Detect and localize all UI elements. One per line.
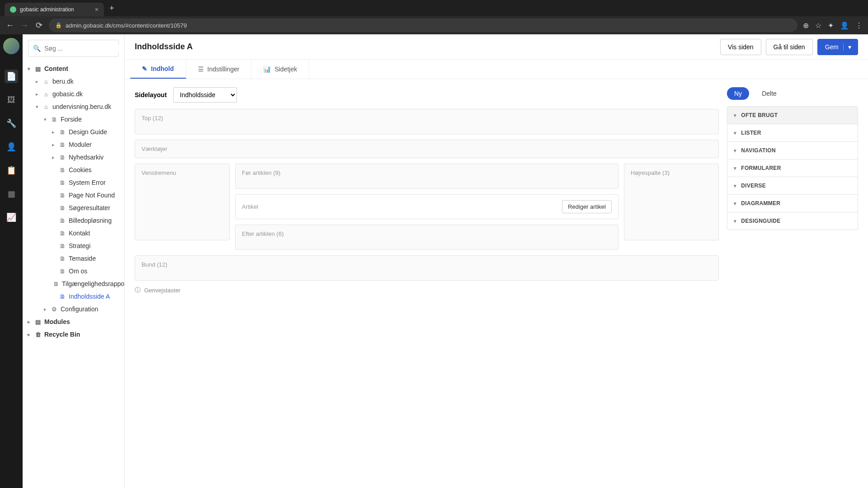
layout-label: Sidelayout xyxy=(135,91,167,99)
chevron-down-icon: ▾ xyxy=(734,183,736,189)
tree-node-billedoplosning[interactable]: 🗎Billedopløsning xyxy=(23,214,124,227)
widget-accordion: ▾OFTE BRUGT ▾LISTER ▾NAVIGATION ▾FORMULA… xyxy=(727,106,858,230)
tree-node-configuration[interactable]: ▸⚙Configuration xyxy=(23,303,124,315)
chevron-down-icon: ▾ xyxy=(734,148,736,154)
tab-settings[interactable]: ☰Indstillinger xyxy=(186,60,252,79)
goto-page-button[interactable]: Gå til siden xyxy=(766,39,813,55)
menu-icon[interactable]: ⋮ xyxy=(855,21,863,30)
tree-node-system-error[interactable]: 🗎System Error xyxy=(23,176,124,189)
url-text: admin.gobasic.dk/cms/#content/content/10… xyxy=(66,22,187,29)
tab-check[interactable]: 📊Sidetjek xyxy=(251,60,309,79)
nav-rail: 📄 🖼 🔧 👤 📋 ▦ 📈 xyxy=(0,34,23,488)
back-button[interactable]: ← xyxy=(5,21,14,30)
new-tab-button[interactable]: + xyxy=(109,4,114,13)
zone-bottom[interactable]: Bund (12) xyxy=(135,255,719,281)
zone-right-column[interactable]: Højrespalte (3) xyxy=(624,164,719,240)
tree-node-page-not-found[interactable]: 🗎Page Not Found xyxy=(23,189,124,202)
zoom-icon[interactable]: ⊕ xyxy=(803,21,809,30)
edit-icon: ✎ xyxy=(142,65,147,72)
accordion-formularer[interactable]: ▾FORMULARER xyxy=(727,160,858,177)
address-bar[interactable]: 🔒 admin.gobasic.dk/cms/#content/content/… xyxy=(49,19,797,32)
tree-node-moduler[interactable]: ▸🗎Moduler xyxy=(23,138,124,151)
tree-node-tilgaengelighed[interactable]: 🗎Tilgængelighedsrapport xyxy=(23,277,124,290)
close-tab-icon[interactable]: × xyxy=(95,6,99,13)
accordion-ofte-brugt[interactable]: ▾OFTE BRUGT xyxy=(727,107,858,124)
tree-node-forside[interactable]: ▾🗎Forside xyxy=(23,113,124,126)
tools-section-icon[interactable]: 🔧 xyxy=(5,117,18,130)
accordion-navigation[interactable]: ▾NAVIGATION xyxy=(727,142,858,160)
extensions-icon[interactable]: ✦ xyxy=(828,21,834,30)
chevron-down-icon: ▾ xyxy=(734,218,736,224)
favicon xyxy=(10,6,16,13)
page-tabs: ✎Indhold ☰Indstillinger 📊Sidetjek xyxy=(125,60,868,79)
main-panel: Indholdsside A Vis siden Gå til siden Ge… xyxy=(125,34,868,488)
tree-node-cookies[interactable]: 🗎Cookies xyxy=(23,164,124,176)
profile-icon[interactable]: 👤 xyxy=(840,21,849,30)
content-tree: ▾▤Content ▸⌂beru.dk ▸⌂gobasic.dk ▾⌂under… xyxy=(23,62,124,488)
accordion-lister[interactable]: ▾LISTER xyxy=(727,124,858,142)
browser-toolbar: ← → ⟳ 🔒 admin.gobasic.dk/cms/#content/co… xyxy=(0,16,868,34)
tree-node-indholdsside-a[interactable]: 🗎Indholdsside A xyxy=(23,290,124,303)
users-section-icon[interactable]: 👤 xyxy=(5,140,18,154)
page-title: Indholdsside A xyxy=(135,42,193,52)
layout-select[interactable]: Indholdsside xyxy=(173,87,237,103)
zone-top[interactable]: Top (12) xyxy=(135,109,719,134)
tree-node-strategi[interactable]: 🗎Strategi xyxy=(23,239,124,252)
chevron-down-icon: ▾ xyxy=(734,165,736,171)
tree-node-om-os[interactable]: 🗎Om os xyxy=(23,265,124,277)
shortcuts-hint[interactable]: ⓘGenvejstaster xyxy=(135,286,719,294)
save-button[interactable]: Gem▾ xyxy=(817,39,858,55)
widgets-tab-shared[interactable]: Delte xyxy=(755,87,784,100)
zone-left-menu[interactable]: Venstremenu xyxy=(135,164,230,240)
reload-button[interactable]: ⟳ xyxy=(34,20,43,30)
view-page-button[interactable]: Vis siden xyxy=(720,39,761,55)
tree-node-temaside[interactable]: 🗎Temaside xyxy=(23,252,124,265)
bookmark-icon[interactable]: ☆ xyxy=(815,21,821,30)
tree-node-content[interactable]: ▾▤Content xyxy=(23,62,124,75)
zone-before-article[interactable]: Før artiklen (9) xyxy=(235,164,618,189)
content-section-icon[interactable]: 📄 xyxy=(5,70,18,83)
chevron-down-icon: ▾ xyxy=(734,130,736,136)
tree-node-nyhedsarkiv[interactable]: ▸🗎Nyhedsarkiv xyxy=(23,151,124,164)
tab-content[interactable]: ✎Indhold xyxy=(130,60,186,79)
zone-tools[interactable]: Værktøjer xyxy=(135,140,719,158)
media-section-icon[interactable]: 🖼 xyxy=(5,93,18,107)
edit-article-button[interactable]: Rediger artikel xyxy=(562,200,612,213)
tab-title: gobasic administration xyxy=(20,6,74,13)
search-icon: 🔍 xyxy=(33,45,41,52)
info-icon: ⓘ xyxy=(135,286,141,294)
chevron-down-icon: ▾ xyxy=(734,201,736,206)
zone-article[interactable]: Artikel Rediger artikel xyxy=(235,194,618,219)
tree-node-kontakt[interactable]: 🗎Kontakt xyxy=(23,227,124,239)
tree-node-undervisning[interactable]: ▾⌂undervisning.beru.dk xyxy=(23,100,124,113)
user-avatar[interactable] xyxy=(3,38,19,54)
sliders-icon: ☰ xyxy=(198,66,204,73)
forward-button[interactable]: → xyxy=(20,21,29,30)
search-input[interactable]: 🔍 xyxy=(28,40,119,57)
stats-section-icon[interactable]: 📈 xyxy=(5,211,18,224)
tree-node-beru[interactable]: ▸⌂beru.dk xyxy=(23,75,124,88)
browser-tab[interactable]: gobasic administration × xyxy=(5,3,104,16)
widgets-tab-new[interactable]: Ny xyxy=(727,87,749,100)
data-section-icon[interactable]: ▦ xyxy=(5,187,18,201)
forms-section-icon[interactable]: 📋 xyxy=(5,164,18,177)
tree-node-gobasic[interactable]: ▸⌂gobasic.dk xyxy=(23,88,124,100)
lock-icon: 🔒 xyxy=(55,22,62,28)
tree-node-recycle-bin[interactable]: ▸🗑Recycle Bin xyxy=(23,328,124,341)
chart-icon: 📊 xyxy=(263,66,271,73)
search-field[interactable] xyxy=(44,45,123,52)
sidebar: 🔍 ▾▤Content ▸⌂beru.dk ▸⌂gobasic.dk ▾⌂und… xyxy=(23,34,125,488)
tree-node-design-guide[interactable]: ▸🗎Design Guide xyxy=(23,126,124,138)
tree-node-modules[interactable]: ▸▤Modules xyxy=(23,315,124,328)
accordion-diagrammer[interactable]: ▾DIAGRAMMER xyxy=(727,195,858,212)
accordion-designguide[interactable]: ▾DESIGNGUIDE xyxy=(727,212,858,230)
zone-after-article[interactable]: Efter artiklen (6) xyxy=(235,225,618,250)
browser-tab-strip: gobasic administration × + xyxy=(0,0,868,16)
tree-node-sogeresultater[interactable]: 🗎Søgeresultater xyxy=(23,202,124,214)
chevron-down-icon: ▾ xyxy=(734,113,736,118)
save-dropdown-caret[interactable]: ▾ xyxy=(843,43,856,51)
page-header: Indholdsside A Vis siden Gå til siden Ge… xyxy=(125,34,868,60)
accordion-diverse[interactable]: ▾DIVERSE xyxy=(727,177,858,195)
